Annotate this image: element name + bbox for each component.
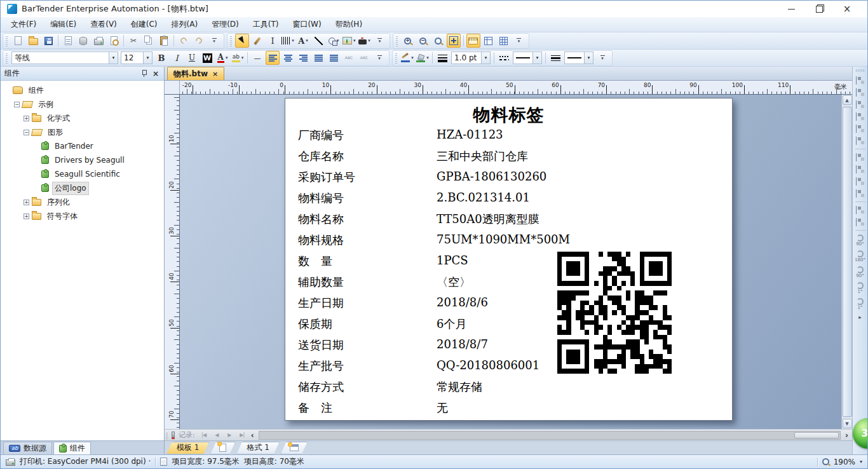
- dropdown-arrow-icon[interactable]: ▾: [411, 55, 414, 60]
- previous-record-button[interactable]: ◀: [212, 431, 222, 440]
- qr-code[interactable]: [557, 252, 672, 374]
- symbol-font-button[interactable]: W: [200, 51, 214, 65]
- menu-item[interactable]: 编辑(E): [43, 17, 83, 32]
- paste-button[interactable]: [157, 34, 171, 48]
- align-right-button[interactable]: [296, 51, 310, 65]
- font-size-combo[interactable]: 12▾: [121, 51, 153, 64]
- combo-dropdown-icon[interactable]: ▾: [584, 52, 593, 64]
- page-setup-button[interactable]: [61, 34, 75, 48]
- redo-button[interactable]: [192, 34, 206, 48]
- zoom-previous-button[interactable]: [431, 34, 445, 48]
- align-right-edges-button[interactable]: [854, 87, 867, 98]
- next-record-button[interactable]: ▶: [224, 431, 234, 440]
- scroll-up-icon[interactable]: ▲: [843, 95, 852, 105]
- ruler-toggle-button[interactable]: [466, 34, 480, 48]
- overflow-button[interactable]: ▾: [512, 34, 526, 48]
- grow-text-button[interactable]: ABC: [357, 51, 371, 65]
- overflow-button[interactable]: ▾: [373, 34, 387, 48]
- pin-icon[interactable]: [141, 69, 147, 78]
- label-field-row[interactable]: 采购订单号GPBA-1806130260: [285, 170, 732, 191]
- design-canvas[interactable]: 物料标签 厂商编号HZA-01123仓库名称三和中央部门仓库采购订单号GPBA-…: [180, 95, 841, 429]
- underline-button[interactable]: U: [185, 51, 199, 65]
- print-preview-button[interactable]: [107, 34, 121, 48]
- menu-item[interactable]: 工具(T): [246, 17, 286, 32]
- align-center-horizontal-button[interactable]: [854, 164, 867, 175]
- overflow-button[interactable]: ▾: [207, 34, 221, 48]
- bold-button[interactable]: B: [154, 51, 168, 65]
- encoder-tool-button[interactable]: ▾: [358, 34, 372, 48]
- label-field-row[interactable]: 备 注无: [285, 400, 732, 421]
- center-horizontally-button[interactable]: [854, 135, 867, 146]
- restore-button[interactable]: [805, 1, 833, 17]
- border-style-icon-button[interactable]: [548, 51, 562, 65]
- dropdown-arrow-icon[interactable]: ▾: [226, 55, 228, 60]
- tree-item[interactable]: 公司logo: [1, 181, 164, 195]
- overflow-button[interactable]: ▾: [595, 51, 609, 65]
- panel-tab-component[interactable]: 组件: [53, 442, 91, 454]
- format-painter-button[interactable]: [250, 34, 264, 48]
- menu-item[interactable]: 管理(D): [205, 17, 246, 32]
- new-document-button[interactable]: [11, 34, 25, 48]
- rotate-left-1-button[interactable]: 1°: [854, 281, 867, 296]
- tree-item[interactable]: 组件: [1, 83, 164, 97]
- font-color-button[interactable]: A▾: [215, 51, 229, 65]
- dropdown-arrow-icon[interactable]: ▾: [368, 38, 370, 43]
- rotate-right-90-button[interactable]: 90°: [854, 265, 867, 280]
- cut-button[interactable]: ✂: [126, 34, 140, 48]
- italic-button[interactable]: I: [170, 51, 184, 65]
- strikethrough-button[interactable]: —: [250, 51, 264, 65]
- text-background-button[interactable]: ab▾: [231, 51, 245, 65]
- menu-item[interactable]: 查看(V): [83, 17, 124, 32]
- copy-button[interactable]: [142, 34, 156, 48]
- open-file-button[interactable]: [26, 34, 40, 48]
- label-sheet[interactable]: 物料标签 厂商编号HZA-01123仓库名称三和中央部门仓库采购订单号GPBA-…: [285, 98, 733, 421]
- equalize-height-button[interactable]: [854, 217, 867, 228]
- tab-format-1[interactable]: 格式 1: [236, 442, 279, 454]
- tree-item[interactable]: +序列化: [1, 195, 164, 209]
- database-setup-button[interactable]: [76, 34, 90, 48]
- font-name-combo[interactable]: 等线▾: [11, 51, 118, 64]
- tree-item[interactable]: +化学式: [1, 111, 164, 125]
- menu-item[interactable]: 文件(F): [4, 17, 43, 32]
- print-button[interactable]: [92, 34, 105, 48]
- label-field-row[interactable]: 储存方式常规存储: [285, 379, 732, 400]
- combo-dropdown-icon[interactable]: ▾: [109, 52, 118, 64]
- label-field-row[interactable]: 厂商编号HZA-01123: [285, 128, 732, 149]
- horizontal-scroll-track[interactable]: [259, 431, 841, 440]
- fit-in-window-button[interactable]: [447, 34, 461, 48]
- collapse-left-icon[interactable]: ‹: [248, 431, 257, 440]
- boundaries-toggle-button[interactable]: [482, 34, 496, 48]
- rotate-left-90-button[interactable]: 90°: [854, 233, 867, 248]
- dropdown-arrow-icon[interactable]: ▾: [353, 38, 356, 43]
- combo-dropdown-icon[interactable]: ▾: [532, 52, 541, 64]
- zoom-dropdown-icon[interactable]: ▾: [860, 459, 862, 465]
- minimize-button[interactable]: [777, 1, 805, 17]
- panel-tab-datasource[interactable]: ab数据源: [3, 442, 52, 454]
- text-tool-button[interactable]: A▾: [296, 34, 310, 48]
- panel-close-icon[interactable]: ×: [151, 69, 160, 78]
- tab-template-1[interactable]: 模板 1: [166, 442, 209, 454]
- image-tool-button[interactable]: ▾: [342, 34, 356, 48]
- tree-item[interactable]: −图形: [1, 125, 164, 139]
- align-left-edges-button[interactable]: [854, 75, 867, 86]
- barcode-tool-button[interactable]: ▾: [281, 34, 295, 48]
- new-template-button[interactable]: [210, 442, 235, 454]
- horizontal-scroll-thumb[interactable]: [794, 432, 839, 438]
- align-justify-button[interactable]: [311, 51, 325, 65]
- align-left-button[interactable]: [266, 51, 280, 65]
- undo-button[interactable]: [177, 34, 191, 48]
- text-cursor-tool-button[interactable]: I: [266, 34, 280, 48]
- expander-icon[interactable]: +: [24, 116, 29, 121]
- line-weight-icon-button[interactable]: [435, 51, 449, 65]
- label-field-row[interactable]: 物料编号2.BC.021314.01: [285, 191, 732, 212]
- first-record-button[interactable]: |◀: [199, 431, 209, 440]
- align-center-vertical-button[interactable]: [854, 152, 867, 163]
- shrink-text-button[interactable]: ABC: [342, 51, 356, 65]
- line-style-combo[interactable]: ▾: [513, 51, 542, 64]
- close-button[interactable]: ×: [833, 1, 861, 17]
- align-center-button[interactable]: [281, 51, 295, 65]
- align-distribute-button[interactable]: [327, 51, 341, 65]
- select-tool-button[interactable]: [235, 34, 249, 48]
- vertical-scroll-thumb[interactable]: [843, 107, 852, 417]
- last-record-button[interactable]: ▶|: [237, 431, 247, 440]
